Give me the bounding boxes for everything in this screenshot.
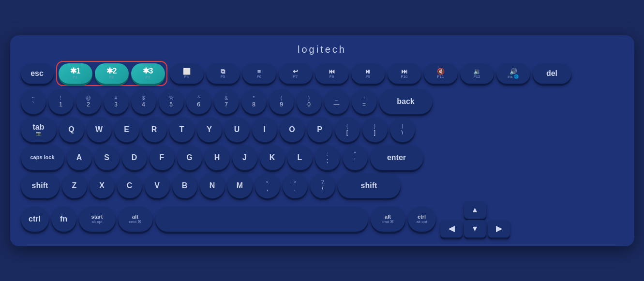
key-f10[interactable]: ⏭ F10 xyxy=(388,63,421,84)
key-semicolon[interactable]: : ; xyxy=(315,145,340,170)
key-f12[interactable]: 🔉 F12 xyxy=(460,63,494,84)
key-r[interactable]: R xyxy=(142,117,167,142)
key-y[interactable]: Y xyxy=(197,117,222,142)
key-backtick[interactable]: ~ ` xyxy=(21,89,46,114)
key-i[interactable]: I xyxy=(252,117,277,142)
key-9[interactable]: ( 9 xyxy=(269,89,294,114)
zxcv-row: shift Z X C V B N M < , > . xyxy=(21,173,624,198)
key-start[interactable]: start alt opt xyxy=(79,207,116,232)
key-ctrl-right[interactable]: ctrl alt opt xyxy=(408,207,436,232)
key-fn[interactable]: fn xyxy=(51,207,76,232)
key-u[interactable]: U xyxy=(225,117,250,142)
arrow-lr-row: ◀ ▼ ▶ xyxy=(440,220,510,237)
key-arrow-down[interactable]: ▼ xyxy=(464,220,486,237)
key-t[interactable]: T xyxy=(169,117,195,142)
key-h[interactable]: H xyxy=(205,145,230,170)
key-period[interactable]: > . xyxy=(283,173,308,198)
key-8[interactable]: * 8 xyxy=(241,89,267,114)
key-bt2[interactable]: ✱2 F2 xyxy=(95,63,129,84)
asdf-row: caps lock A S D F G H J K L : ; " ' xyxy=(21,145,624,170)
key-equals[interactable]: + = xyxy=(352,89,377,114)
key-0[interactable]: ) 0 xyxy=(297,89,322,114)
key-f11[interactable]: 🔇 F11 xyxy=(424,63,458,84)
keyboard: logitech esc ✱1 F1 ✱2 F2 ✱3 F3 xyxy=(10,35,634,246)
arrow-up-row: ▲ xyxy=(440,201,510,219)
qwerty-row: tab 📷 Q W E R T Y U I O P { [ } ] xyxy=(21,117,624,142)
key-f4[interactable]: ⬜ F4 xyxy=(170,63,204,84)
key-a[interactable]: A xyxy=(67,145,92,170)
key-space[interactable] xyxy=(155,207,368,232)
key-lbracket[interactable]: { [ xyxy=(335,117,360,142)
key-rbracket[interactable]: } ] xyxy=(362,117,388,142)
key-f9[interactable]: ⏯ F9 xyxy=(351,63,385,84)
key-vol-up[interactable]: 🔊 ins 🌐 xyxy=(496,63,530,84)
key-quote[interactable]: " ' xyxy=(343,145,368,170)
key-arrow-up[interactable]: ▲ xyxy=(464,201,486,219)
bottom-row: ctrl fn start alt opt alt cmd ⌘ alt cmd … xyxy=(21,201,624,237)
key-4[interactable]: $ 4 xyxy=(131,89,156,114)
brand-logo: logitech xyxy=(21,44,624,55)
key-esc[interactable]: esc xyxy=(21,63,54,84)
arrow-cluster: ▲ ◀ ▼ ▶ xyxy=(440,201,510,237)
key-c[interactable]: C xyxy=(117,173,142,198)
key-g[interactable]: G xyxy=(177,145,202,170)
key-k[interactable]: K xyxy=(260,145,285,170)
key-z[interactable]: Z xyxy=(62,173,87,198)
key-shift-left[interactable]: shift xyxy=(21,173,60,198)
bt-group: ✱1 F1 ✱2 F2 ✱3 F3 xyxy=(56,61,167,86)
key-bt1[interactable]: ✱1 F1 xyxy=(59,63,92,84)
key-x[interactable]: X xyxy=(90,173,115,198)
key-p[interactable]: P xyxy=(307,117,332,142)
key-backslash[interactable]: | \ xyxy=(390,117,415,142)
key-comma[interactable]: < , xyxy=(255,173,280,198)
key-o[interactable]: O xyxy=(280,117,305,142)
num-row: ~ ` ! 1 @ 2 # 3 xyxy=(21,89,624,114)
key-alt-left[interactable]: alt cmd ⌘ xyxy=(118,207,153,232)
key-1[interactable]: ! 1 xyxy=(48,89,74,114)
key-m[interactable]: M xyxy=(227,173,253,198)
key-tab[interactable]: tab 📷 xyxy=(21,117,57,142)
key-l[interactable]: L xyxy=(287,145,313,170)
key-slash[interactable]: ? / xyxy=(310,173,335,198)
keyboard-rows: esc ✱1 F1 ✱2 F2 ✱3 F3 ⬜ F4 xyxy=(21,61,624,237)
key-ctrl-left[interactable]: ctrl xyxy=(21,207,49,232)
key-d[interactable]: D xyxy=(122,145,147,170)
key-w[interactable]: W xyxy=(87,117,112,142)
key-f7[interactable]: ↩ F7 xyxy=(279,63,313,84)
key-minus[interactable]: _ — xyxy=(324,89,349,114)
key-j[interactable]: J xyxy=(232,145,257,170)
key-e[interactable]: E xyxy=(114,117,139,142)
key-n[interactable]: N xyxy=(200,173,225,198)
key-alt-right[interactable]: alt cmd ⌘ xyxy=(371,207,405,232)
key-7[interactable]: & 7 xyxy=(214,89,239,114)
key-f8[interactable]: ⏮ F8 xyxy=(315,63,349,84)
key-bt3[interactable]: ✱3 F3 xyxy=(131,63,165,84)
key-del[interactable]: del xyxy=(533,63,571,84)
key-back[interactable]: back xyxy=(379,89,433,114)
key-5[interactable]: % 5 xyxy=(159,89,184,114)
key-b[interactable]: B xyxy=(172,173,197,198)
key-s[interactable]: S xyxy=(94,145,120,170)
key-f[interactable]: F xyxy=(150,145,175,170)
key-arrow-right[interactable]: ▶ xyxy=(488,220,510,237)
key-q[interactable]: Q xyxy=(59,117,84,142)
key-shift-right[interactable]: shift xyxy=(338,173,401,198)
key-f6[interactable]: ≡ F6 xyxy=(242,63,276,84)
key-v[interactable]: V xyxy=(145,173,170,198)
key-enter[interactable]: enter xyxy=(370,145,423,170)
key-f5[interactable]: ⧉ F5 xyxy=(206,63,240,84)
key-3[interactable]: # 3 xyxy=(104,89,129,114)
key-caps-lock[interactable]: caps lock xyxy=(21,145,64,170)
fn-row: esc ✱1 F1 ✱2 F2 ✱3 F3 ⬜ F4 xyxy=(21,61,624,86)
key-2[interactable]: @ 2 xyxy=(76,89,101,114)
key-6[interactable]: ^ 6 xyxy=(186,89,211,114)
key-arrow-left[interactable]: ◀ xyxy=(440,220,463,237)
